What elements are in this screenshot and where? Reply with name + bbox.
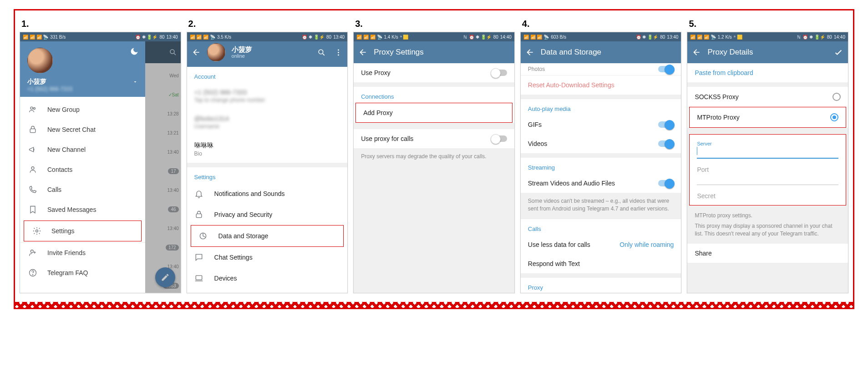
- gear-icon: [32, 226, 41, 236]
- row-devices[interactable]: Devices: [187, 268, 348, 289]
- check-icon[interactable]: [833, 47, 843, 57]
- drawer-phone: +1 (502) 966-7333: [27, 86, 138, 92]
- menu-settings[interactable]: Settings: [24, 221, 142, 241]
- menu-invite[interactable]: Invite Friends: [20, 242, 145, 263]
- svg-rect-2: [30, 129, 36, 132]
- row-photos[interactable]: Photos: [521, 63, 681, 75]
- proxy-fields-box: Server Port Secret: [689, 134, 846, 206]
- profile-status: online: [232, 53, 252, 59]
- bell-icon: [194, 189, 203, 198]
- switch-stream[interactable]: [658, 180, 674, 186]
- more-icon[interactable]: [334, 48, 343, 57]
- section-account: Account: [187, 67, 348, 83]
- menu-calls[interactable]: Calls: [20, 180, 145, 200]
- row-mtproto[interactable]: MTProto Proxy: [689, 107, 846, 128]
- step-1: 1. 📶 📶 📶 📡331 B/s ⏰ ✱ 🔋⚡8013:40 小菠萝 +1 (…: [20, 19, 181, 293]
- nav-drawer: 小菠萝 +1 (502) 966-7333 New Group New Secr…: [20, 41, 145, 293]
- drawer-username: 小菠萝: [27, 78, 46, 86]
- chevron-down-icon[interactable]: [132, 79, 138, 85]
- tutorial-frame: 1. 📶 📶 📶 📡331 B/s ⏰ ✱ 🔋⚡8013:40 小菠萝 +1 (…: [14, 9, 854, 309]
- svg-point-8: [170, 50, 174, 54]
- mtproto-hint: MTProto proxy settings. This proxy may d…: [687, 207, 848, 244]
- step-number-4: 4.: [522, 19, 682, 29]
- menu-contacts[interactable]: Contacts: [20, 160, 145, 180]
- row-use-proxy[interactable]: Use Proxy: [354, 63, 514, 82]
- svg-rect-13: [196, 214, 202, 217]
- menu-faq[interactable]: Telegram FAQ: [20, 263, 145, 283]
- row-add-proxy[interactable]: Add Proxy: [355, 103, 513, 123]
- step-5: 5. 📶 📶 📶 📡1.2 K/sᵃ 🟨 ℕ⏰ ✱ 🔋⚡8014:40 Prox…: [687, 19, 848, 293]
- switch-proxy-calls[interactable]: [492, 135, 507, 142]
- radio-socks5[interactable]: [832, 93, 841, 101]
- row-socks5[interactable]: SOCKS5 Proxy: [687, 87, 848, 107]
- field-secret[interactable]: Secret: [690, 190, 846, 204]
- section-settings: Settings: [187, 167, 348, 183]
- row-share[interactable]: Share: [687, 244, 848, 263]
- status-bar: 📶 📶 📶 📡331 B/s ⏰ ✱ 🔋⚡8013:40: [20, 32, 181, 41]
- row-chat-settings[interactable]: Chat Settings: [187, 247, 348, 268]
- row-less-data[interactable]: Use less data for callsOnly while roamin…: [521, 235, 681, 254]
- menu-new-group[interactable]: New Group: [20, 100, 145, 120]
- menu-saved[interactable]: Saved Messages: [20, 200, 145, 220]
- svg-point-10: [338, 49, 339, 50]
- back-arrow-icon[interactable]: [192, 48, 201, 57]
- section-streaming: Streaming: [521, 158, 681, 174]
- row-language[interactable]: Language: [187, 289, 348, 293]
- phone-1: 📶 📶 📶 📡331 B/s ⏰ ✱ 🔋⚡8013:40 小菠萝 +1 (502…: [20, 32, 181, 293]
- back-arrow-icon[interactable]: [692, 48, 701, 57]
- compose-fab[interactable]: [155, 267, 175, 287]
- row-data-storage[interactable]: Data and Storage: [191, 225, 344, 247]
- row-paste[interactable]: Paste from clipboard: [687, 63, 848, 82]
- row-gifs[interactable]: GIFs: [521, 115, 681, 134]
- svg-point-1: [33, 108, 35, 110]
- svg-point-11: [338, 52, 339, 53]
- row-privacy[interactable]: Privacy and Security: [187, 204, 348, 225]
- laptop-icon: [194, 274, 203, 283]
- svg-point-4: [36, 230, 38, 232]
- phone-3: 📶 📶 📶 📡1.4 K/sᵃ 🟨 ℕ⏰ ✱ 🔋⚡8014:40 Proxy S…: [353, 32, 515, 293]
- row-proxy-calls[interactable]: Use proxy for calls: [354, 129, 514, 148]
- person-plus-icon: [28, 248, 37, 257]
- row-bio[interactable]: 咻咻咻Bio: [187, 135, 348, 163]
- chat-icon: [194, 253, 203, 262]
- menu-new-secret[interactable]: New Secret Chat: [20, 120, 145, 140]
- phone-4: 📶 📶 📶 📡603 B/s ⏰ ✱ 🔋⚡8013:40 Data and St…: [520, 32, 682, 293]
- switch-gifs[interactable]: [658, 121, 674, 128]
- switch-videos[interactable]: [658, 140, 674, 147]
- secret-label: Secret: [697, 192, 715, 200]
- back-arrow-icon[interactable]: [358, 48, 367, 57]
- night-mode-icon[interactable]: [130, 47, 139, 56]
- row-notifications[interactable]: Notifications and Sounds: [187, 183, 348, 204]
- svg-point-0: [30, 107, 33, 109]
- section-calls: Calls: [521, 219, 681, 235]
- back-arrow-icon[interactable]: [525, 48, 534, 57]
- search-icon[interactable]: [317, 48, 326, 57]
- switch-photos[interactable]: [658, 66, 674, 72]
- row-videos[interactable]: Videos: [521, 134, 681, 153]
- menu-new-channel[interactable]: New Channel: [20, 140, 145, 160]
- step-number-5: 5.: [689, 19, 848, 29]
- bookmark-icon: [28, 205, 37, 214]
- status-bar: 📶 📶 📶 📡603 B/s ⏰ ✱ 🔋⚡8013:40: [521, 32, 681, 41]
- step-4: 4. 📶 📶 📶 📡603 B/s ⏰ ✱ 🔋⚡8013:40 Data and…: [520, 19, 682, 293]
- row-stream[interactable]: Stream Videos and Audio Files: [521, 174, 681, 193]
- section-autoplay: Auto-play media: [521, 99, 681, 115]
- field-port[interactable]: Port: [690, 163, 846, 190]
- row-reset-autodl[interactable]: Reset Auto-Download Settings: [521, 75, 681, 95]
- page-title: Data and Storage: [541, 48, 677, 57]
- row-username[interactable]: @bobo1314Username: [187, 109, 348, 135]
- avatar[interactable]: [207, 43, 225, 61]
- row-respond-text[interactable]: Respond with Text: [521, 254, 681, 273]
- svg-rect-15: [196, 276, 202, 280]
- avatar[interactable]: [27, 48, 53, 73]
- svg-point-12: [338, 54, 339, 55]
- phone-2: 📶 📶 📶 📡3.5 K/s ⏰ ✱ 🔋⚡8013:40 小菠萝 online …: [187, 32, 348, 293]
- search-icon[interactable]: [169, 48, 177, 56]
- switch-use-proxy[interactable]: [492, 70, 507, 76]
- data-icon: [198, 231, 208, 241]
- proxy-hint: Proxy servers may degrade the quality of…: [354, 148, 514, 167]
- field-server[interactable]: Server: [690, 137, 846, 163]
- radio-mtproto[interactable]: [830, 113, 838, 121]
- drawer-header[interactable]: 小菠萝 +1 (502) 966-7333: [20, 41, 145, 97]
- row-phone[interactable]: +1 (502) 966-7333Tap to change phone num…: [187, 83, 348, 109]
